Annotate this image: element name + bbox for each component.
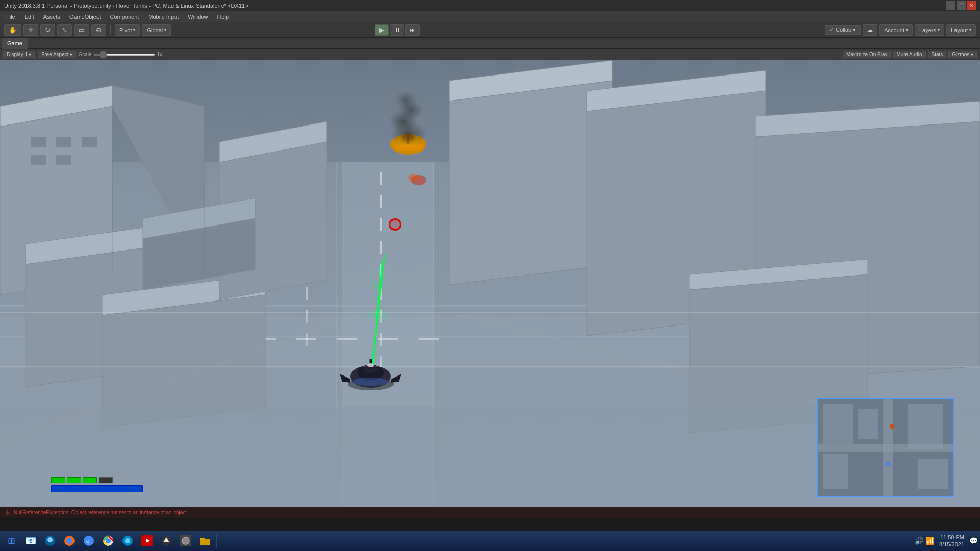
notification-icon[interactable]: 💬: [969, 537, 978, 545]
aspect-chevron-icon: ▾: [70, 52, 72, 57]
cloud-button[interactable]: ☁: [863, 24, 877, 36]
layers-label: Layers: [919, 27, 936, 33]
layout-button[interactable]: Layout ▾: [946, 24, 976, 36]
transform-tool-button[interactable]: ⊕: [91, 24, 106, 36]
tab-bar: Game: [0, 38, 980, 49]
svg-rect-8: [380, 218, 382, 231]
app2-icon: [180, 535, 191, 546]
menu-help[interactable]: Help: [213, 13, 233, 21]
stats-button[interactable]: Stats: [928, 51, 947, 58]
scale-slider[interactable]: [94, 54, 155, 56]
svg-point-117: [182, 537, 189, 544]
error-message: NullReferenceException: Object reference…: [14, 510, 188, 515]
gizmos-button[interactable]: Gizmos ▾: [948, 51, 977, 58]
pivot-button[interactable]: Pivot ▾: [115, 24, 140, 36]
svg-point-111: [125, 538, 130, 543]
svg-rect-56: [31, 155, 46, 165]
pivot-label: Pivot: [119, 27, 132, 33]
svg-rect-31: [337, 338, 357, 340]
taskbar-ie[interactable]: e: [80, 532, 98, 549]
toolbar: ✋ ✛ ↻ ⤡ ▭ ⊕ Pivot ▾ Global ▾ ▶ ⏸ ⏭ ✓ Col…: [0, 22, 980, 38]
tray-network-icon[interactable]: 📶: [925, 537, 934, 545]
game-tab-label: Game: [7, 40, 22, 46]
taskbar-date-display: 8/15/2021: [939, 541, 964, 548]
taskbar-folder[interactable]: [196, 532, 214, 549]
svg-text:e: e: [86, 538, 89, 544]
aspect-button[interactable]: Free Aspect ▾: [38, 51, 76, 58]
svg-point-101: [886, 461, 891, 466]
taskbar-firefox[interactable]: [60, 532, 79, 549]
minimize-button[interactable]: —: [946, 1, 955, 10]
svg-rect-32: [378, 338, 398, 340]
svg-point-72: [366, 279, 387, 291]
rect-tool-button[interactable]: ▭: [74, 24, 89, 36]
checkmark-icon: ✓: [829, 27, 834, 33]
collab-button[interactable]: ✓ Collab ▾: [825, 25, 861, 35]
taskbar-unity[interactable]: [157, 532, 176, 549]
svg-rect-119: [200, 538, 205, 540]
media-icon: [141, 535, 153, 546]
svg-rect-55: [82, 137, 97, 147]
maximize-button[interactable]: ☐: [957, 1, 966, 10]
layout-chevron-icon: ▾: [969, 28, 971, 32]
account-button[interactable]: Account ▾: [879, 24, 913, 36]
taskbar-clock[interactable]: 11:50 PM 8/15/2021: [936, 534, 967, 548]
menu-mobileinput[interactable]: Mobile Input: [144, 13, 183, 21]
taskbar-browser2[interactable]: [118, 532, 137, 549]
global-button[interactable]: Global ▾: [142, 24, 171, 36]
account-label: Account: [884, 27, 904, 33]
taskbar-media[interactable]: [138, 532, 156, 549]
svg-rect-99: [818, 444, 953, 452]
pivot-chevron-icon: ▾: [133, 28, 135, 32]
menu-assets[interactable]: Assets: [39, 13, 64, 21]
move-tool-button[interactable]: ✛: [23, 24, 38, 36]
health-seg-1: [51, 477, 65, 483]
health-seg-4: [99, 477, 113, 483]
minimap-svg: [818, 399, 953, 496]
game-viewport[interactable]: ⚠ NullReferenceException: Object referen…: [0, 60, 980, 518]
pause-button[interactable]: ⏸: [390, 24, 404, 36]
collab-label: Collab ▾: [836, 27, 856, 33]
taskbar-app2[interactable]: [177, 532, 195, 549]
tray-volume-icon[interactable]: 🔊: [915, 537, 923, 545]
gizmos-chevron-icon: ▾: [971, 52, 973, 57]
svg-point-103: [47, 537, 53, 542]
scale-tool-button[interactable]: ⤡: [57, 24, 72, 36]
menu-edit[interactable]: Edit: [20, 13, 38, 21]
window-title: Unity 2018.3.8f1 Personal - Prototype.un…: [4, 3, 946, 9]
close-button[interactable]: ✕: [967, 1, 976, 10]
taskbar-time-display: 11:50 PM: [939, 534, 964, 541]
menu-gameobject[interactable]: GameObject: [65, 13, 105, 21]
taskbar-sep: [216, 534, 217, 548]
mute-audio-button[interactable]: Mute Audio: [893, 51, 925, 58]
taskbar-thunderbird[interactable]: [41, 532, 59, 549]
menu-component[interactable]: Component: [106, 13, 143, 21]
maximize-on-play-button[interactable]: Maximize On Play: [843, 51, 891, 58]
svg-point-81: [353, 378, 388, 386]
taskbar-mail[interactable]: 📧: [21, 532, 40, 549]
hand-tool-button[interactable]: ✋: [4, 24, 21, 36]
game-toolbar: Display 1 ▾ Free Aspect ▾ Scale 1x Maxim…: [0, 49, 980, 60]
menu-window[interactable]: Window: [184, 13, 212, 21]
display-label: Display 1: [7, 52, 28, 57]
start-button[interactable]: ⊞: [2, 532, 20, 549]
taskbar: ⊞ 📧 e: [0, 531, 980, 551]
menu-file[interactable]: File: [2, 13, 19, 21]
display-button[interactable]: Display 1 ▾: [3, 51, 35, 58]
taskbar-chrome[interactable]: [99, 532, 117, 549]
game-tab[interactable]: Game: [2, 38, 28, 49]
svg-rect-6: [380, 172, 382, 185]
rotate-tool-button[interactable]: ↻: [40, 24, 55, 36]
play-button[interactable]: ▶: [375, 24, 389, 36]
svg-rect-9: [380, 241, 382, 254]
layers-button[interactable]: Layers ▾: [915, 24, 944, 36]
step-button[interactable]: ⏭: [405, 24, 420, 36]
scale-value: 1x: [157, 52, 163, 57]
svg-rect-54: [56, 137, 71, 147]
layout-label: Layout: [951, 27, 968, 33]
toolbar-sep-1: [110, 25, 111, 35]
scale-label: Scale: [79, 52, 92, 57]
minimap-inner: [818, 399, 953, 496]
account-chevron-icon: ▾: [906, 28, 908, 32]
play-controls: ▶ ⏸ ⏭: [375, 24, 420, 36]
